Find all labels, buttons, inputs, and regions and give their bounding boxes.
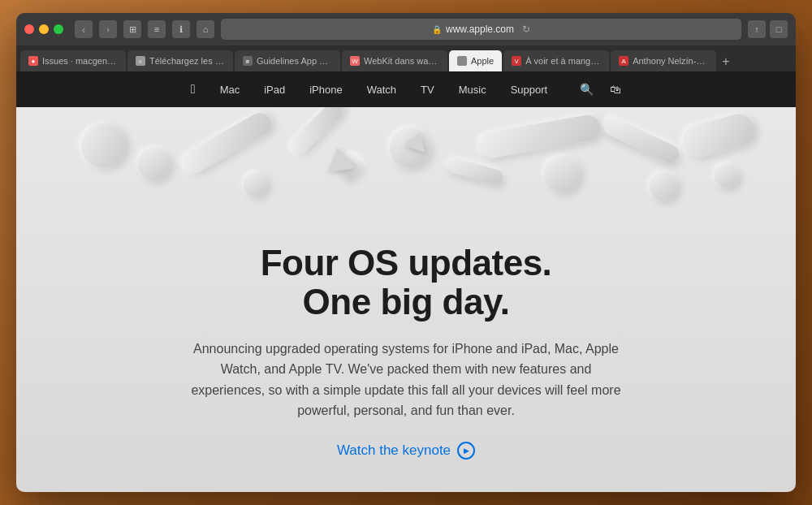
- tab-favicon-webkit: W: [350, 56, 360, 66]
- nav-item-support[interactable]: Support: [511, 80, 548, 100]
- bag-icon[interactable]: 🛍: [610, 83, 621, 96]
- tab-label-anthony: Anthony Nelzín-S...: [633, 56, 708, 66]
- tab-apple[interactable]: Apple: [449, 50, 502, 71]
- apple-logo-icon[interactable]: : [191, 82, 196, 97]
- deco-pill-4: [477, 113, 602, 160]
- deco-pill-3: [446, 157, 504, 186]
- tab-anthony[interactable]: A Anthony Nelzín-S...: [611, 50, 716, 71]
- address-text: www.apple.com: [446, 24, 514, 35]
- heading-line2: One big day.: [303, 282, 510, 322]
- deco-toggle: [679, 110, 758, 161]
- deco-circle-5: [544, 156, 581, 192]
- tab-favicon-voir: V: [512, 56, 521, 66]
- nav-item-iphone[interactable]: iPhone: [309, 80, 342, 100]
- tab-favicon-issues: ●: [28, 56, 38, 66]
- keychain-icon[interactable]: ⌂: [197, 20, 214, 38]
- tab-label-issues: Issues · macgenera: [42, 56, 118, 66]
- nav-item-tv[interactable]: TV: [421, 80, 434, 100]
- minimize-button[interactable]: [39, 24, 49, 34]
- nav-item-watch[interactable]: Watch: [367, 80, 396, 100]
- tab-label-telechargez: Téléchargez les nou: [149, 56, 225, 66]
- deco-circle-3: [244, 172, 268, 196]
- tab-label-apple: Apple: [471, 56, 494, 66]
- play-triangle: ▶: [464, 447, 469, 455]
- reader-icon[interactable]: ≡: [148, 20, 166, 38]
- deco-circle-7: [715, 164, 739, 188]
- tab-overview-icon[interactable]: ⊞: [123, 20, 141, 38]
- tab-favicon-apple: [457, 56, 467, 66]
- deco-circle-1: [75, 117, 132, 174]
- info-icon[interactable]: ℹ: [172, 20, 190, 38]
- tab-webkit[interactable]: W WebKit dans watch...: [342, 50, 447, 71]
- watch-keynote-label: Watch the keynote: [337, 442, 451, 459]
- browser-window: ‹ › ⊞ ≡ ℹ ⌂ 🔒 www.apple.com ↻ ↑ □ ● Issu…: [16, 13, 796, 492]
- play-icon: ▶: [457, 442, 475, 460]
- tab-guidelines[interactable]: ■ Guidelines App St...: [235, 50, 340, 71]
- main-heading: Four OS updates. One big day.: [187, 244, 625, 322]
- heading-line1: Four OS updates.: [261, 243, 552, 283]
- share-icon[interactable]: ↑: [748, 20, 766, 38]
- nav-icons: 🔍 🛍: [580, 83, 621, 96]
- back-button[interactable]: ‹: [75, 20, 93, 38]
- tab-voir[interactable]: V À voir et à mange...: [503, 50, 609, 71]
- tab-favicon-anthony: A: [619, 56, 628, 66]
- deco-pill-1: [179, 109, 275, 177]
- address-bar[interactable]: 🔒 www.apple.com ↻: [221, 19, 741, 40]
- nav-bar:  Mac iPad iPhone Watch TV Music Support…: [16, 71, 796, 107]
- title-bar: ‹ › ⊞ ≡ ℹ ⌂ 🔒 www.apple.com ↻ ↑ □: [16, 13, 796, 45]
- refresh-button[interactable]: ↻: [522, 24, 530, 35]
- deco-circle-2: [138, 148, 171, 180]
- tabs-bar: ● Issues · macgenera ■ Téléchargez les n…: [16, 45, 796, 71]
- body-text: Announcing upgraded operating systems fo…: [187, 339, 625, 421]
- deco-circle-6: [650, 172, 678, 201]
- address-bar-area: 🔒 www.apple.com ↻: [221, 19, 741, 40]
- nav-item-music[interactable]: Music: [459, 80, 486, 100]
- tab-telechargez[interactable]: ■ Téléchargez les nou: [127, 50, 233, 71]
- toolbar-right: ↑ □: [748, 20, 788, 38]
- tab-issues[interactable]: ● Issues · macgenera: [20, 50, 126, 71]
- main-content: Four OS updates. One big day. Announcing…: [16, 107, 796, 492]
- new-tab-button[interactable]: +: [718, 54, 733, 69]
- nav-item-ipad[interactable]: iPad: [264, 80, 285, 100]
- search-icon[interactable]: 🔍: [580, 83, 594, 96]
- maximize-button[interactable]: [54, 24, 63, 34]
- tab-favicon-telechargez: ■: [136, 56, 145, 66]
- content-area: Four OS updates. One big day. Announcing…: [122, 227, 690, 492]
- tab-favicon-guidelines: ■: [243, 56, 253, 66]
- lock-icon: 🔒: [432, 25, 442, 34]
- watch-keynote-link[interactable]: Watch the keynote ▶: [337, 442, 475, 460]
- deco-pill-5: [601, 115, 682, 166]
- tab-label-voir: À voir et à mange...: [525, 56, 601, 66]
- tab-label-webkit: WebKit dans watch...: [364, 56, 439, 66]
- close-button[interactable]: [24, 24, 34, 34]
- forward-button[interactable]: ›: [99, 20, 117, 38]
- nav-item-mac[interactable]: Mac: [220, 80, 240, 100]
- traffic-lights: [24, 24, 63, 34]
- bookmark-icon[interactable]: □: [770, 20, 788, 38]
- tab-label-guidelines: Guidelines App St...: [257, 56, 332, 66]
